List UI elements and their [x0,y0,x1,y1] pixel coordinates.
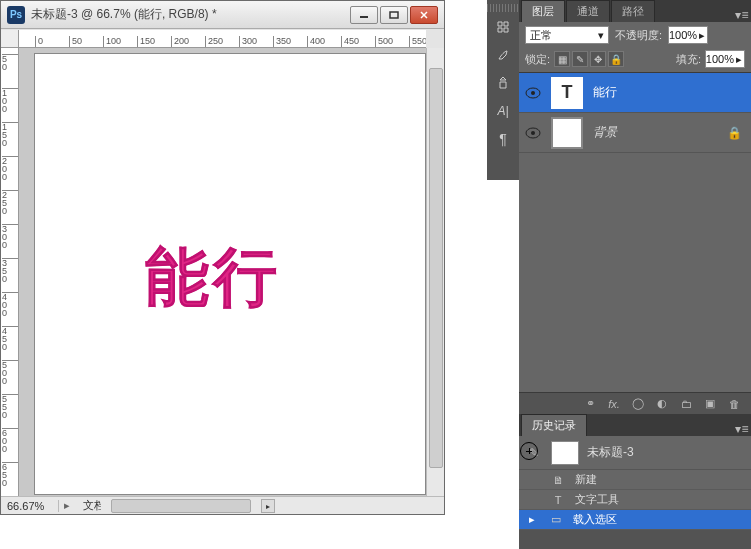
tab-channels[interactable]: 通道 [566,0,610,22]
snapshot-name: 未标题-3 [587,444,634,461]
text-layer-content[interactable]: 能行 [145,234,281,321]
opacity-label: 不透明度: [615,28,662,43]
link-layers-icon[interactable]: ⚭ [581,397,599,410]
layer-group-icon[interactable]: 🗀 [677,398,695,410]
svg-rect-1 [390,12,398,18]
svg-point-5 [531,91,535,95]
new-layer-icon[interactable]: ▣ [701,397,719,410]
layers-panel-tabs: 图层 通道 路径 ▾≡ [519,0,751,22]
chevron-down-icon: ▾ [598,29,604,42]
ruler-vertical[interactable]: 50100150200250300350400450500550600650 [1,48,19,496]
adjustments-icon[interactable] [490,14,516,40]
collapsed-toolbar: A| ¶ [487,0,519,180]
tab-layers[interactable]: 图层 [521,0,565,22]
ruler-corner[interactable] [1,30,19,48]
scroll-right-icon[interactable]: ▸ [261,499,275,513]
history-snapshot-row[interactable]: ✎ 未标题-3 [519,436,751,470]
new-doc-icon: 🗎 [549,472,567,488]
snapshot-thumbnail[interactable] [551,441,579,465]
statusbar: 66.67% ▸ 文档:1.43M/425.3K ▸ [1,496,444,514]
adjustment-layer-icon[interactable]: ◐ [653,397,671,410]
ruler-horizontal[interactable]: 050100150200250300350400450500550 [19,30,426,48]
scrollbar-h-thumb[interactable] [111,499,251,513]
zoom-level[interactable]: 66.67% [1,500,59,512]
toolbar-handle[interactable] [487,4,519,12]
layer-mask-icon[interactable]: ◯ [629,397,647,410]
layer-row[interactable]: T 能行 [519,73,751,113]
close-button[interactable] [410,6,438,24]
history-list: 🗎 新建 T 文字工具 ▸ ▭ 载入选区 [519,470,751,530]
character-panel-icon[interactable]: A| [490,98,516,124]
history-panel-tabs: 历史记录 ▾≡ [519,414,751,436]
visibility-toggle[interactable] [519,87,547,99]
layer-fx-icon[interactable]: fx. [605,398,623,410]
brush-snapshot-icon[interactable]: ✎ [525,446,543,460]
fill-input[interactable]: 100%▸ [705,50,745,68]
panel-menu-icon[interactable]: ▾≡ [733,422,751,436]
document-titlebar[interactable]: Ps 未标题-3 @ 66.7% (能行, RGB/8) * [1,1,444,29]
lock-icon: 🔒 [727,126,751,140]
layer-name[interactable]: 能行 [587,84,751,101]
canvas-area[interactable]: 能行 [19,48,426,496]
clone-tool-icon[interactable] [490,70,516,96]
text-tool-icon: T [549,492,567,508]
scrollbar-v-thumb[interactable] [429,68,443,468]
layers-panel-footer: ⚭ fx. ◯ ◐ 🗀 ▣ 🗑 [519,392,751,414]
brush-tool-icon[interactable] [490,42,516,68]
history-label: 文字工具 [575,492,619,507]
layer-thumbnail[interactable]: T [551,77,583,109]
opacity-input[interactable]: 100%▸ [668,26,708,44]
tab-history[interactable]: 历史记录 [521,414,587,436]
history-item[interactable]: T 文字工具 [519,490,751,510]
svg-point-7 [531,131,535,135]
delete-layer-icon[interactable]: 🗑 [725,398,743,410]
document-title: 未标题-3 @ 66.7% (能行, RGB/8) * [31,6,350,23]
history-label: 新建 [575,472,597,487]
minimize-button[interactable] [350,6,378,24]
selection-icon: ▭ [547,512,565,528]
layer-row[interactable]: 背景 🔒 [519,113,751,153]
history-item[interactable]: ▸ ▭ 载入选区 [519,510,751,530]
chevron-icon: ▸ [699,29,705,42]
history-pointer-icon: ▸ [529,513,539,526]
history-label: 载入选区 [573,512,617,527]
right-panels: 图层 通道 路径 ▾≡ 正常▾ 不透明度: 100%▸ 锁定: ▦ ✎ ✥ 🔒 … [519,0,751,549]
ps-icon: Ps [7,6,25,24]
layers-header-row2: 锁定: ▦ ✎ ✥ 🔒 填充: 100%▸ [519,48,751,73]
panel-menu-icon[interactable]: ▾≡ [733,8,751,22]
layer-name[interactable]: 背景 [587,124,727,141]
lock-paint-icon[interactable]: ✎ [572,51,588,67]
layers-header-row1: 正常▾ 不透明度: 100%▸ [519,22,751,48]
chevron-icon: ▸ [736,53,742,66]
document-window: Ps 未标题-3 @ 66.7% (能行, RGB/8) * 050100150… [0,0,445,515]
paragraph-panel-icon[interactable]: ¶ [490,126,516,152]
blend-mode-value: 正常 [530,28,552,43]
history-panel: 历史记录 ▾≡ ✎ 未标题-3 🗎 新建 T 文字工具 ▸ ▭ 载入选区 [519,414,751,549]
layer-list: T 能行 背景 🔒 [519,73,751,393]
scrollbar-horizontal[interactable]: ▸ [101,496,426,514]
blend-mode-dropdown[interactable]: 正常▾ [525,26,609,44]
maximize-button[interactable] [380,6,408,24]
visibility-toggle[interactable] [519,127,547,139]
lock-transparency-icon[interactable]: ▦ [554,51,570,67]
expand-icon[interactable]: ▸ [59,499,75,512]
lock-label: 锁定: [525,52,550,67]
lock-all-icon[interactable]: 🔒 [608,51,624,67]
lock-position-icon[interactable]: ✥ [590,51,606,67]
fill-label: 填充: [676,52,701,67]
layer-thumbnail[interactable] [551,117,583,149]
scrollbar-vertical[interactable] [426,48,444,496]
tab-paths[interactable]: 路径 [611,0,655,22]
canvas[interactable]: 能行 [35,54,425,494]
history-item[interactable]: 🗎 新建 [519,470,751,490]
